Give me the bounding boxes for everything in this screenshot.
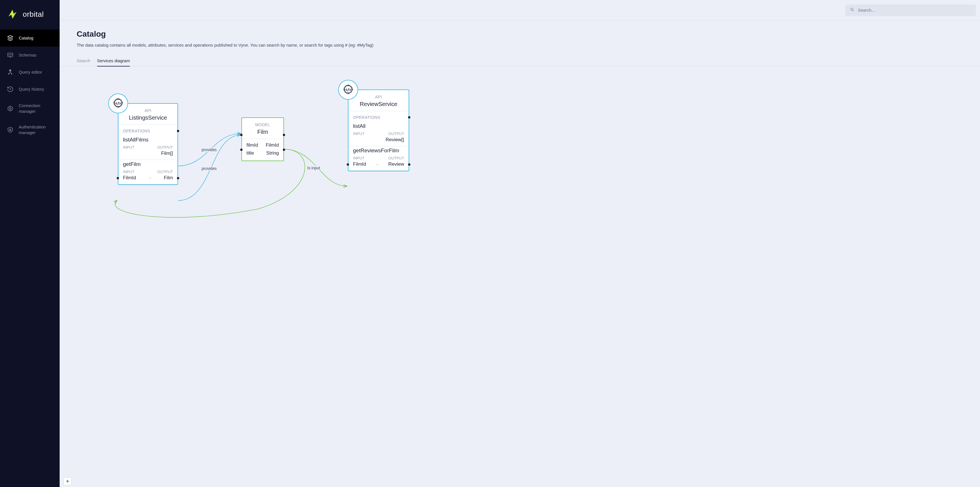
page-header: Catalog The data catalog contains all mo… [60,21,980,67]
svg-point-4 [11,73,12,75]
schemas-icon [7,52,14,59]
logo-icon [6,8,19,21]
sidebar-item-connection-manager[interactable]: Connection manager [0,98,60,119]
arrow-icon: → [148,176,152,180]
node-listings-service[interactable]: API ListingsService OPERATIONS listAllFi… [118,103,178,185]
edge-label-provides: provides [201,147,217,152]
tab-search[interactable]: Search [77,56,90,67]
operation-input: FilmId [353,161,366,167]
search-input[interactable] [858,8,972,13]
tab-services-diagram[interactable]: Services diagram [97,56,130,67]
query-history-icon [7,86,14,93]
svg-point-3 [8,73,10,75]
sidebar-item-catalog[interactable]: Catalog [0,30,60,46]
input-port[interactable] [117,177,119,179]
svg-text:?: ? [10,70,11,71]
node-kind-label: API [354,94,403,99]
topbar [60,0,980,21]
node-review-service[interactable]: API ReviewService OPERATIONS listAll INP… [348,89,409,171]
api-gear-icon [108,94,128,113]
node-title: Film [248,129,278,135]
operation-output: Film [164,175,173,181]
sidebar-nav: Catalog Schemas ? Query editor Query his… [0,30,60,141]
operation-name: getFilm [123,161,173,168]
operation-name: listAll [353,123,404,129]
connection-manager-icon [7,105,14,112]
input-label: INPUT [353,131,364,136]
operation-name: listAllFilms [123,137,173,143]
operation-getfilm[interactable]: getFilm INPUTOUTPUT FilmId → Film [118,160,178,184]
svg-point-8 [851,8,853,10]
edge-label-is-input: Is input [307,166,321,170]
svg-point-6 [10,108,11,109]
search-box[interactable] [845,5,976,16]
sidebar-item-label: Connection manager [19,103,53,114]
sidebar-item-schemas[interactable]: Schemas [0,46,60,64]
operation-listall[interactable]: listAll INPUTOUTPUT Review[] [348,122,409,146]
model-field: filmId FilmId [247,141,279,149]
edge-label-provides: provides [201,166,217,171]
field-name: title [247,150,254,156]
page-description: The data catalog contains all models, at… [77,43,963,48]
port[interactable] [283,148,285,151]
brand-name: orbital [23,10,44,19]
field-type: FilmId [266,142,279,148]
input-label: INPUT [123,169,135,174]
search-icon [850,7,854,13]
sidebar-item-label: Query history [19,86,44,92]
operation-output: Film[] [161,150,173,156]
input-label: INPUT [353,156,364,160]
node-kind-label: MODEL [248,123,278,127]
node-kind-label: API [124,108,172,113]
port[interactable] [240,134,242,136]
tabs: Search Services diagram [77,56,963,67]
operation-listallfilms[interactable]: listAllFilms INPUTOUTPUT Film[] [118,136,178,160]
operation-output: Review[] [386,137,404,143]
diagram-edges [60,67,980,487]
output-port[interactable] [408,116,410,118]
sidebar-item-label: Query editor [19,69,42,75]
sidebar: orbital Catalog Schemas ? Query editor [0,0,60,487]
api-gear-icon [338,80,358,100]
input-label: INPUT [123,145,135,150]
sidebar-item-label: Authentication manager [19,124,53,135]
operations-label: OPERATIONS [118,125,178,136]
node-title: ReviewService [354,101,403,107]
main: Catalog The data catalog contains all mo… [60,0,980,487]
model-field: title String [247,149,279,157]
node-title: ListingsService [124,115,172,121]
operation-name: getReviewsForFilm [353,147,404,154]
output-label: OUTPUT [388,131,404,136]
node-film-model[interactable]: MODEL Film filmId FilmId title String [241,117,284,161]
sidebar-item-label: Catalog [19,35,33,41]
operation-output: Review [388,161,404,167]
sidebar-item-query-editor[interactable]: ? Query editor [0,64,60,81]
input-port[interactable] [347,163,349,166]
operations-label: OPERATIONS [348,111,409,122]
page-title: Catalog [77,30,963,38]
add-button[interactable]: + [64,477,72,485]
sidebar-item-auth-manager[interactable]: Authentication manager [0,119,60,141]
auth-manager-icon [7,126,14,133]
output-label: OUTPUT [388,156,404,160]
operation-input: FilmId [123,175,136,181]
diagram-canvas[interactable]: provides provides Is input API ListingsS… [60,67,980,487]
logo: orbital [0,0,60,30]
field-name: filmId [247,142,258,148]
port[interactable] [240,148,242,151]
catalog-icon [7,35,14,42]
svg-marker-5 [8,106,13,111]
output-label: OUTPUT [158,145,173,150]
output-port[interactable] [177,130,179,132]
output-label: OUTPUT [158,169,173,174]
arrow-icon: → [375,162,379,166]
operation-getreviewsforfilm[interactable]: getReviewsForFilm INPUTOUTPUT FilmId → R… [348,146,409,171]
sidebar-item-query-history[interactable]: Query history [0,81,60,98]
port[interactable] [283,134,285,136]
svg-rect-7 [10,129,11,131]
field-type: String [266,150,279,156]
output-port[interactable] [177,177,179,179]
output-port[interactable] [408,163,410,166]
query-editor-icon: ? [7,69,14,75]
sidebar-item-label: Schemas [19,52,37,58]
